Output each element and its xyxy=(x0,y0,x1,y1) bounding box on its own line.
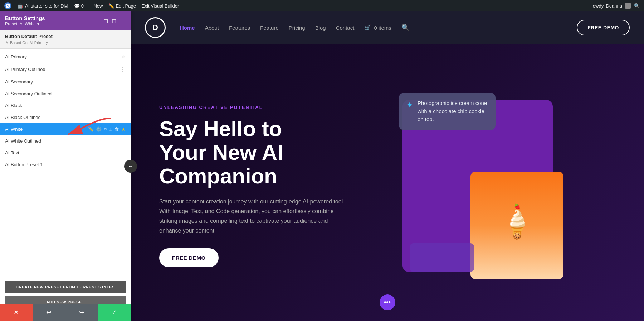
floating-menu-button[interactable]: ••• xyxy=(380,294,395,310)
preset-active-actions: ✏️ ⚙️ ⧉ ◫ 🗑 ★ xyxy=(88,126,126,132)
based-on-label: ★ Based On: AI Primary xyxy=(5,40,126,45)
panel-header: Button Settings Preset: AI White ▾ ⊞ ⊟ ⋮ xyxy=(0,11,131,30)
ice-cream-image: 🍓 🍦 🍪 xyxy=(470,172,564,279)
bottom-toolbar: ✕ ↩ ↪ ✓ xyxy=(0,304,131,321)
nav-link-about[interactable]: About xyxy=(205,25,219,31)
preset-list: AI Primary ☆ AI Primary Outlined ⋮ AI Se… xyxy=(0,49,131,276)
create-preset-button[interactable]: CREATE NEW PRESET FROM CURRENT STYLES xyxy=(5,281,126,293)
confirm-icon: ✓ xyxy=(112,308,117,316)
resize-arrows-icon: ↔ xyxy=(128,163,133,169)
star-active-icon[interactable]: ★ xyxy=(121,126,126,132)
user-menu[interactable]: Howdy, Deanna 🔍 xyxy=(589,3,640,9)
main-layout: Button Settings Preset: AI White ▾ ⊞ ⊟ ⋮… xyxy=(0,11,644,321)
delete-preset-icon[interactable]: 🗑 xyxy=(114,126,119,132)
nav-link-contact[interactable]: Contact xyxy=(336,25,355,31)
purple-overlay-card xyxy=(410,243,474,272)
preset-item-ai-button-preset-1[interactable]: AI Button Preset 1 xyxy=(0,159,131,171)
duplicate-preset-icon[interactable]: ⧉ xyxy=(104,127,107,131)
preset-name: AI Button Preset 1 xyxy=(5,162,126,167)
admin-search-icon[interactable]: 🔍 xyxy=(634,3,640,9)
nav-link-pricing[interactable]: Pricing xyxy=(289,25,305,31)
nav-link-blog[interactable]: Blog xyxy=(315,25,326,31)
website-preview: D Home About Features Feature Pricing Bl… xyxy=(131,11,644,321)
panel-more-icon[interactable]: ⋮ xyxy=(120,18,126,24)
chat-bubble-text: Photographic ice cream cone with a choco… xyxy=(418,99,488,124)
hero-section: UNLEASHING CREATIVE POTENTIAL Say Hello … xyxy=(131,44,644,321)
chevron-down-icon[interactable]: ▾ xyxy=(37,21,39,27)
site-navigation: D Home About Features Feature Pricing Bl… xyxy=(131,11,644,44)
hero-content-left: UNLEASHING CREATIVE POTENTIAL Say Hello … xyxy=(159,65,374,307)
admin-bar-actions: + New ✏️ Edit Page Exit Visual Builder xyxy=(89,3,179,9)
star-icon-default: ★ xyxy=(5,40,9,45)
preset-item-ai-white[interactable]: AI White ✏️ ⚙️ ⧉ ◫ 🗑 ★ xyxy=(0,123,131,135)
new-content-button[interactable]: + New xyxy=(89,3,103,9)
hero-cta-button[interactable]: FREE DEMO xyxy=(159,248,219,267)
preset-item-ai-secondary[interactable]: AI Secondary xyxy=(0,76,131,88)
preset-name: AI Secondary xyxy=(5,79,126,85)
panel-responsive-icon[interactable]: ⊞ xyxy=(103,18,108,24)
copy-preset-icon[interactable]: ◫ xyxy=(109,127,112,131)
edit-page-button[interactable]: ✏️ Edit Page xyxy=(108,3,136,9)
wp-admin-bar: 🤖 AI starter site for Divi 💬 0 + New ✏️ … xyxy=(0,0,644,11)
preset-item-ai-primary-outlined[interactable]: AI Primary Outlined ⋮ xyxy=(0,63,131,76)
preset-item-ai-text[interactable]: AI Text xyxy=(0,147,131,159)
user-avatar xyxy=(625,3,631,9)
redo-button[interactable]: ↪ xyxy=(65,304,98,321)
site-name[interactable]: 🤖 AI starter site for Divi xyxy=(17,3,68,9)
panel-layout-icon[interactable]: ⊟ xyxy=(112,18,116,24)
nav-links: Home About Features Feature Pricing Blog… xyxy=(180,24,562,32)
preset-name: AI Primary xyxy=(5,54,121,59)
preset-name: AI Secondary Outlined xyxy=(5,91,126,96)
panel-resize-handle[interactable]: ↔ xyxy=(124,160,137,173)
more-options-icon[interactable]: ⋮ xyxy=(120,66,126,73)
nav-cta-button[interactable]: FREE DEMO xyxy=(577,20,630,35)
preset-name: AI Black xyxy=(5,103,126,108)
site-logo[interactable]: D xyxy=(145,17,166,38)
preset-name: AI Text xyxy=(5,150,126,155)
preset-item-ai-secondary-outlined[interactable]: AI Secondary Outlined xyxy=(0,88,131,100)
star-icon[interactable]: ☆ xyxy=(121,54,126,59)
panel-header-icons: ⊞ ⊟ ⋮ xyxy=(103,18,126,24)
preset-name: AI White xyxy=(5,126,88,132)
ice-cream-card: 🍓 🍦 🍪 xyxy=(470,172,564,279)
panel-preset-subtitle: Preset: AI White ▾ xyxy=(5,21,45,27)
preset-item-ai-white-outlined[interactable]: AI White Outlined xyxy=(0,135,131,147)
default-preset-section: Button Default Preset ★ Based On: AI Pri… xyxy=(0,30,131,49)
redo-icon: ↪ xyxy=(79,308,84,316)
hero-content-right: ✦ Photographic ice cream cone with a cho… xyxy=(395,65,560,307)
settings-preset-icon[interactable]: ⚙️ xyxy=(96,126,102,132)
undo-icon: ↩ xyxy=(46,308,52,316)
comment-icon[interactable]: 💬 0 xyxy=(74,3,84,9)
hero-subtitle: Start your content creation journey with… xyxy=(159,197,345,236)
cart-icon: 🛒 xyxy=(364,24,371,31)
wordpress-logo[interactable] xyxy=(4,2,11,9)
dots-icon: ••• xyxy=(384,299,391,306)
hero-eyebrow: UNLEASHING CREATIVE POTENTIAL xyxy=(159,105,374,110)
preset-name: AI Primary Outlined xyxy=(5,67,120,72)
preset-item-right: ⋮ xyxy=(120,66,126,73)
nav-link-feature[interactable]: Feature xyxy=(260,25,279,31)
button-settings-panel: Button Settings Preset: AI White ▾ ⊞ ⊟ ⋮… xyxy=(0,11,131,321)
exit-builder-button[interactable]: Exit Visual Builder xyxy=(142,3,179,9)
preset-item-ai-black[interactable]: AI Black xyxy=(0,100,131,111)
confirm-button[interactable]: ✓ xyxy=(98,304,131,321)
hero-chat-bubble: ✦ Photographic ice cream cone with a cho… xyxy=(399,93,496,130)
edit-preset-icon[interactable]: ✏️ xyxy=(88,126,94,132)
nav-link-features[interactable]: Features xyxy=(229,25,250,31)
cancel-button[interactable]: ✕ xyxy=(0,304,33,321)
cancel-icon: ✕ xyxy=(14,308,19,316)
nav-search-icon[interactable]: 🔍 xyxy=(401,24,409,32)
preset-name: AI Black Outlined xyxy=(5,115,126,120)
preset-item-ai-black-outlined[interactable]: AI Black Outlined xyxy=(0,111,131,123)
nav-link-home[interactable]: Home xyxy=(180,25,195,31)
preset-item-ai-primary[interactable]: AI Primary ☆ xyxy=(0,51,131,63)
sparkle-icon: ✦ xyxy=(406,100,413,110)
preset-name: AI White Outlined xyxy=(5,138,126,144)
hero-title: Say Hello to Your New AI Companion xyxy=(159,117,374,188)
hero-card-purple: ✦ Photographic ice cream cone with a cho… xyxy=(402,100,553,272)
preset-item-right: ☆ xyxy=(121,54,126,59)
default-preset-title: Button Default Preset xyxy=(5,34,126,39)
undo-button[interactable]: ↩ xyxy=(33,304,65,321)
panel-title: Button Settings xyxy=(5,15,45,21)
nav-cart[interactable]: 🛒 0 items xyxy=(364,24,391,31)
